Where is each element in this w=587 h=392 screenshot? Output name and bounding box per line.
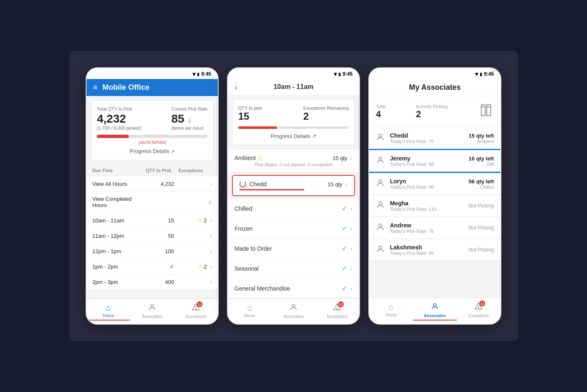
bottom-nav-2: ⌂ Home Associates 11 Exceptions	[228, 298, 359, 324]
row-2pm-3pm[interactable]: 2pm - 3pm 400 ›	[86, 274, 218, 290]
chilled-check-icon: ✓	[342, 205, 347, 212]
category-frozen[interactable]: Frozen ✓ ›	[228, 219, 359, 239]
nav-home-label-3: Home	[385, 313, 397, 317]
hour-metrics: QTY to pick 15 Exceptions Remaining 2	[238, 106, 349, 122]
back-button[interactable]: ‹	[234, 82, 237, 92]
svg-point-12	[379, 180, 382, 182]
nav-home[interactable]: ⌂ Home	[86, 301, 130, 321]
pick-rate-label: Current Pick Rate	[171, 106, 207, 111]
svg-rect-7	[487, 105, 491, 116]
menu-icon[interactable]: ≡	[93, 83, 98, 92]
associate-row-chedd[interactable]: Chedd Today's Pick Rate: 75 15 qty left …	[369, 127, 501, 150]
row-qty: 100	[141, 248, 174, 254]
assoc-avatar-andrew	[376, 222, 385, 234]
pick-rate-value: 85 ↓	[171, 112, 207, 126]
warning-icon: ⚠	[198, 217, 202, 223]
nav-exceptions-2[interactable]: 11 Exceptions	[316, 301, 359, 321]
associate-row-megha[interactable]: Megha Today's Pick Rate: 110 Not Picking	[369, 195, 501, 217]
progress-bar	[97, 135, 207, 138]
category-ambient[interactable]: Ambient ⚠ 15 qty › Pick Walks: 0 not sta…	[228, 150, 359, 173]
nav-associates-2[interactable]: Associates	[271, 301, 315, 321]
exc-label: Exceptions Remaining	[303, 106, 349, 111]
qty-metric: QTY to pick 15	[238, 106, 262, 122]
chedd-chevron: ›	[345, 181, 348, 187]
app-title: Mobile Office	[103, 83, 150, 92]
behind-text: you're behind	[97, 140, 207, 145]
category-chilled[interactable]: Chilled ✓ ›	[228, 199, 359, 219]
chevron-icon: ›	[210, 180, 212, 187]
nav-home-label-2: Home	[244, 313, 255, 318]
category-made-to-order[interactable]: Made to Order ✓ ›	[228, 239, 359, 259]
associate-row-lakshmesh[interactable]: Lakshmesh Today's Pick Rate: 89 Not Pick…	[369, 239, 501, 261]
row-due: View Completed Hours	[92, 196, 141, 208]
nav-home-2[interactable]: ⌂ Home	[228, 301, 271, 321]
seasonal-chevron: ›	[350, 265, 353, 272]
assoc-info-lakshmesh: Lakshmesh Today's Pick Rate: 89	[390, 244, 469, 256]
category-seasonal[interactable]: Seasonal ✓ ›	[228, 259, 359, 279]
svg-point-10	[379, 134, 382, 137]
exceptions-badge: 11	[197, 301, 202, 307]
frozen-check-icon: ✓	[342, 224, 347, 232]
progress-details-link-2[interactable]: Progress Details ↗	[238, 133, 349, 139]
nav-associates[interactable]: Associates	[130, 301, 174, 321]
app-header: ≡ Mobile Office	[86, 79, 218, 96]
category-chedd[interactable]: Chedd 15 qty ›	[232, 175, 355, 196]
associate-row-loryn[interactable]: Loryn Today's Pick Rate: 96 56 qty left …	[369, 173, 501, 195]
row-view-completed-hours[interactable]: View Completed Hours ∨	[86, 192, 218, 213]
row-11am-12pm[interactable]: 11am - 12pm 50 ›	[86, 228, 218, 244]
category-gm[interactable]: General Merchandise ✓ ›	[228, 279, 359, 298]
bottom-nav-3: ⌂ Home Associates 11 Exceptions	[369, 298, 501, 324]
assoc-status-loryn: 56 qty left Chilled	[469, 178, 494, 190]
hour-progress-fill	[238, 126, 277, 129]
assoc-name-loryn: Loryn	[390, 178, 469, 185]
wifi-icon	[192, 71, 195, 77]
progress-details-link[interactable]: Progress Details ↗	[97, 148, 207, 154]
row-exc: ⚠ 2	[174, 264, 207, 270]
nav-associates-3[interactable]: Associates	[413, 301, 456, 321]
chevron-icon: ›	[210, 263, 212, 270]
row-due: View All Hours	[92, 181, 141, 187]
ambient-sub: Pick Walks: 0 not started, 3 completed	[255, 162, 333, 167]
summary-card: Total QTY to Pick 4,232 (1,768 / 6,000 p…	[91, 100, 214, 160]
row-10am-11am[interactable]: 10am - 11am 15 ⚠ 2 ›	[86, 213, 218, 228]
gm-check-icon: ✓	[342, 284, 347, 292]
svg-rect-6	[481, 105, 486, 116]
pick-rate-sub: (items per hour)	[171, 126, 207, 131]
nav-associates-label-2: Associates	[284, 314, 303, 319]
chevron-icon: ∨	[208, 199, 212, 205]
svg-point-13	[379, 202, 382, 205]
summary-row: Total QTY to Pick 4,232 (1,768 / 6,000 p…	[97, 106, 207, 131]
assoc-dept-jeremy: GM	[469, 162, 494, 167]
nav-exceptions-label-2: Exceptions	[327, 314, 348, 319]
row-exc: ⚠ 2	[174, 217, 207, 224]
row-due: 2pm - 3pm	[92, 279, 141, 285]
vest-icon	[478, 102, 494, 121]
assoc-name-jeremy: Jeremy	[390, 155, 469, 162]
expand-icon: ↗	[171, 149, 175, 154]
assoc-rate-lakshmesh: Today's Pick Rate: 89	[390, 251, 469, 256]
category-name-ambient: Ambient ⚠	[234, 155, 333, 161]
assoc-dept-chedd: Ambient	[469, 139, 494, 144]
row-1pm-2pm[interactable]: 1pm - 2pm ✓ ⚠ 2 ›	[86, 259, 218, 274]
exceptions-icon-3: 11	[474, 302, 483, 313]
row-12pm-1pm[interactable]: 12pm - 1pm 100 ›	[86, 244, 218, 259]
chedd-qty: 15 qty	[328, 181, 342, 187]
svg-point-0	[151, 304, 154, 307]
assoc-info-megha: Megha Today's Pick Rate: 110	[390, 200, 469, 212]
assoc-not-picking-lakshmesh: Not Picking	[469, 247, 494, 253]
nav-exceptions[interactable]: 11 Exceptions	[174, 301, 218, 321]
svg-point-5	[337, 308, 338, 309]
row-due: 1pm - 2pm	[92, 264, 141, 270]
home-icon-2: ⌂	[247, 303, 252, 313]
nav-home-3[interactable]: ⌂ Home	[369, 301, 413, 321]
wifi-icon-3	[475, 71, 478, 77]
associate-row-andrew[interactable]: Andrew Today's Pick Rate: 76 Not Picking	[369, 217, 501, 239]
nav-exceptions-3[interactable]: 11 Exceptions	[457, 301, 501, 321]
picking-col: Actively Picking 2	[416, 104, 447, 120]
row-view-all-hours[interactable]: View All Hours 4,232 ›	[86, 176, 218, 192]
total-label: Total	[376, 104, 385, 109]
time-3: 9:45	[484, 71, 494, 77]
associates-icon-2	[289, 303, 298, 313]
nav-header-2: ‹ 10am - 11am	[228, 79, 359, 95]
associate-row-jeremy[interactable]: Jeremy Today's Pick Rate: 88 10 qty left…	[369, 150, 501, 173]
